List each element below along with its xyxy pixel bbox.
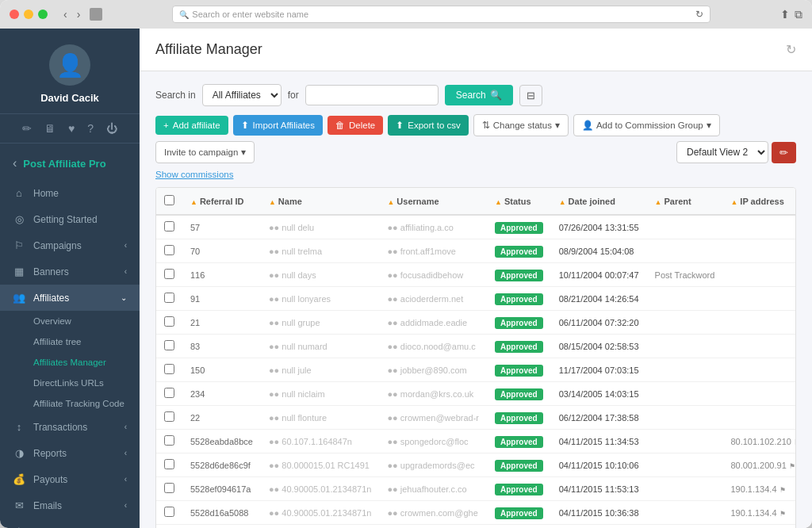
avatar: 👤 — [49, 44, 90, 86]
th-name[interactable]: ▲Name — [261, 188, 380, 215]
add-commission-button[interactable]: 👤 Add to Commission Group ▾ — [573, 114, 720, 136]
sidebar-item-campaigns[interactable]: ⚐ Campaigns ‹ — [0, 232, 140, 258]
sub-nav-affiliates-manager[interactable]: Affiliates Manager — [0, 352, 140, 373]
sidebar-item-configuration[interactable]: ⚙ Configuration — [0, 518, 140, 528]
sub-nav-tracking-code[interactable]: Affiliate Tracking Code — [0, 393, 140, 414]
monitor-button[interactable]: 🖥 — [44, 122, 56, 135]
sidebar-item-affiliates[interactable]: 👥 Affiliates ⌄ — [0, 285, 140, 311]
row-checkbox[interactable] — [164, 245, 174, 255]
row-checkbox[interactable] — [164, 364, 174, 374]
row-checkbox-cell — [156, 311, 182, 335]
th-date-joined[interactable]: ▲Date joined — [551, 188, 647, 215]
ip-indicator-icon: ⚑ — [779, 486, 786, 494]
row-checkbox[interactable] — [164, 293, 174, 303]
row-checkbox[interactable] — [164, 483, 174, 493]
sidebar-item-banners[interactable]: ▦ Banners ‹ — [0, 258, 140, 285]
row-checkbox[interactable] — [164, 340, 174, 350]
view-settings-button[interactable]: ✏ — [772, 142, 796, 163]
row-checkbox[interactable] — [164, 269, 174, 279]
header-refresh-button[interactable]: ↻ — [786, 42, 796, 57]
sub-nav-affiliate-tree[interactable]: Affiliate tree — [0, 331, 140, 352]
forward-button[interactable]: › — [74, 6, 84, 22]
sidebar-item-getting-started[interactable]: ◎ Getting Started — [0, 206, 140, 232]
status-badge: Approved — [495, 460, 543, 472]
status-badge: Approved — [495, 507, 543, 519]
show-commissions-link[interactable]: Show commissions — [155, 170, 796, 179]
filter-button[interactable]: ⊟ — [519, 85, 542, 106]
select-all-checkbox[interactable] — [164, 195, 174, 205]
help-button[interactable]: ? — [87, 122, 94, 135]
close-button[interactable] — [10, 10, 19, 19]
sidebar-item-home[interactable]: ⌂ Home — [0, 180, 140, 206]
sidebar-item-transactions[interactable]: ↕ Transactions ‹ — [0, 414, 140, 440]
table-row: 5528eabda8bce ●● 60.107.1.164847n ●● spo… — [156, 430, 796, 453]
getting-started-icon: ◎ — [13, 213, 25, 225]
import-affiliates-button[interactable]: ⬆ Import Affiliates — [233, 115, 323, 136]
row-ip — [722, 358, 796, 382]
logout-button[interactable]: ⏻ — [106, 122, 117, 135]
th-username[interactable]: ▲Username — [379, 188, 487, 215]
reload-icon[interactable]: ↻ — [695, 9, 703, 20]
new-tab-button[interactable]: ⧉ — [795, 8, 802, 21]
table-row: 116 ●● null days ●● focusadidbehow Appro… — [156, 263, 796, 287]
sub-nav-directlinks-label: DirectLinks URLs — [33, 378, 104, 388]
sidebar-item-payouts[interactable]: 💰 Payouts ‹ — [0, 466, 140, 492]
sub-nav-overview[interactable]: Overview — [0, 311, 140, 331]
back-button[interactable]: ‹ — [60, 6, 71, 22]
view-select[interactable]: Default View 2 — [676, 141, 768, 163]
search-button[interactable]: Search 🔍 — [445, 85, 513, 105]
address-bar[interactable]: 🔍 Search or enter website name ↻ — [172, 6, 710, 23]
row-username: ●● upgrademords@ec — [379, 453, 487, 477]
row-username: ●● crowmen.com@ghe — [379, 501, 487, 525]
table-row: 91 ●● null lonyares ●● acioderderm.net A… — [156, 287, 796, 311]
row-referral-id: 57 — [182, 215, 261, 239]
row-referral-id: 5528ef094617a — [182, 477, 261, 501]
row-date-joined: 11/17/2004 07:03:15 — [551, 358, 647, 382]
minimize-button[interactable] — [24, 10, 33, 19]
row-status: Approved — [487, 335, 551, 358]
change-status-button[interactable]: ⇅ Change status ▾ — [473, 114, 569, 136]
row-checkbox[interactable] — [164, 411, 174, 422]
banners-chevron-icon: ‹ — [124, 267, 127, 276]
search-input[interactable] — [305, 85, 439, 105]
row-checkbox[interactable] — [164, 388, 174, 398]
edit-profile-button[interactable]: ✏ — [22, 122, 32, 135]
row-username: ●● front.aff1move — [379, 239, 487, 263]
emails-chevron-icon: ‹ — [124, 501, 127, 510]
change-status-label: Change status — [493, 121, 552, 130]
export-label: Export to csv — [408, 121, 460, 130]
row-status: Approved — [487, 406, 551, 430]
th-status[interactable]: ▲Status — [487, 188, 551, 215]
th-referral-id[interactable]: ▲Referral ID — [182, 188, 261, 215]
sort-icon-name: ▲ — [269, 198, 276, 206]
row-checkbox[interactable] — [164, 507, 174, 517]
share-button[interactable]: ⬆ — [780, 8, 790, 21]
row-checkbox[interactable] — [164, 435, 174, 446]
row-status: Approved — [487, 382, 551, 406]
row-parent — [647, 501, 723, 525]
row-parent — [647, 406, 723, 430]
export-button[interactable]: ⬆ Export to csv — [388, 115, 468, 136]
delete-button[interactable]: 🗑 Delete — [327, 116, 383, 135]
row-referral-id: 234 — [182, 382, 261, 406]
heart-button[interactable]: ♥ — [68, 122, 75, 135]
row-checkbox[interactable] — [164, 316, 174, 327]
th-parent[interactable]: ▲Parent — [647, 188, 723, 215]
invite-campaign-button[interactable]: Invite to campaign ▾ — [155, 141, 255, 163]
search-select[interactable]: All Affiliates — [202, 84, 282, 106]
row-date-joined: 08/15/2004 02:58:53 — [551, 335, 647, 358]
th-ip-address[interactable]: ▲IP address — [722, 188, 796, 215]
row-referral-id: 5528eabda8bce — [182, 430, 261, 453]
status-badge: Approved — [495, 436, 543, 448]
add-affiliate-button[interactable]: + Add affiliate — [155, 116, 228, 135]
table-row: 150 ●● null jule ●● jobber@890.com Appro… — [156, 358, 796, 382]
row-checkbox[interactable] — [164, 459, 174, 469]
sub-nav-directlinks[interactable]: DirectLinks URLs — [0, 373, 140, 393]
sidebar-toggle[interactable]: ‹ — [13, 156, 17, 170]
row-date-joined: 04/11/2015 11:53:13 — [551, 477, 647, 501]
sidebar-item-emails[interactable]: ✉ Emails ‹ — [0, 492, 140, 518]
row-checkbox[interactable] — [164, 221, 174, 231]
maximize-button[interactable] — [38, 10, 48, 19]
sort-icon-status: ▲ — [495, 198, 502, 206]
sidebar-item-reports[interactable]: ◑ Reports ‹ — [0, 440, 140, 466]
